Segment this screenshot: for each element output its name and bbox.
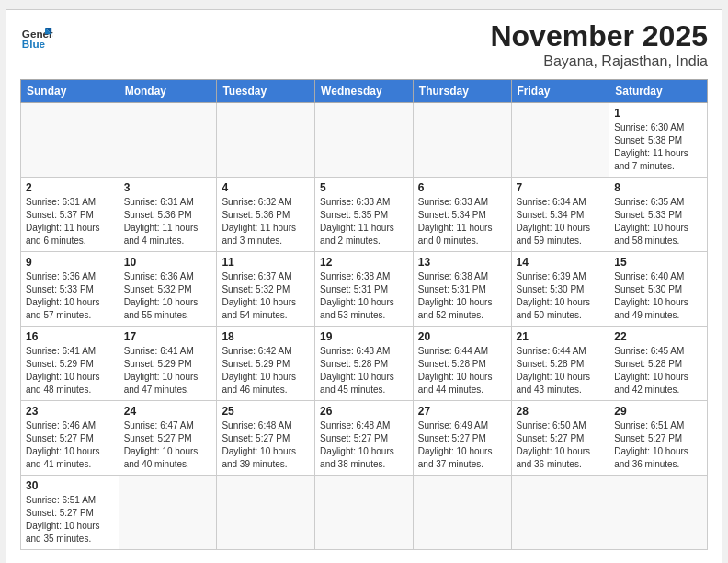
- day-number: 8: [614, 181, 702, 194]
- day-cell: 20Sunrise: 6:44 AM Sunset: 5:28 PM Dayli…: [413, 327, 511, 401]
- day-number: 27: [418, 405, 506, 418]
- day-info: Sunrise: 6:43 AM Sunset: 5:28 PM Dayligh…: [320, 345, 408, 396]
- day-number: 14: [517, 256, 605, 269]
- day-cell: [413, 103, 511, 178]
- calendar-container: General Blue November 2025 Bayana, Rajas…: [6, 9, 722, 563]
- day-cell: 18Sunrise: 6:42 AM Sunset: 5:29 PM Dayli…: [217, 327, 315, 401]
- day-info: Sunrise: 6:44 AM Sunset: 5:28 PM Dayligh…: [418, 345, 506, 396]
- day-info: Sunrise: 6:49 AM Sunset: 5:27 PM Dayligh…: [418, 419, 506, 471]
- day-info: Sunrise: 6:31 AM Sunset: 5:36 PM Dayligh…: [124, 196, 212, 247]
- day-number: 6: [418, 181, 506, 194]
- day-cell: 25Sunrise: 6:48 AM Sunset: 5:27 PM Dayli…: [217, 401, 315, 476]
- day-number: 13: [418, 256, 506, 269]
- day-number: 19: [320, 330, 408, 343]
- day-info: Sunrise: 6:48 AM Sunset: 5:27 PM Dayligh…: [222, 419, 310, 471]
- day-info: Sunrise: 6:36 AM Sunset: 5:33 PM Dayligh…: [26, 270, 114, 322]
- day-info: Sunrise: 6:51 AM Sunset: 5:27 PM Dayligh…: [614, 419, 702, 471]
- day-number: 24: [124, 405, 212, 418]
- day-cell: [609, 476, 708, 550]
- day-cell: 15Sunrise: 6:40 AM Sunset: 5:30 PM Dayli…: [609, 252, 708, 327]
- day-info: Sunrise: 6:38 AM Sunset: 5:31 PM Dayligh…: [320, 270, 408, 322]
- day-cell: [511, 103, 609, 178]
- day-info: Sunrise: 6:50 AM Sunset: 5:27 PM Dayligh…: [517, 419, 605, 471]
- day-cell: [217, 103, 315, 178]
- day-number: 21: [517, 330, 605, 343]
- day-info: Sunrise: 6:31 AM Sunset: 5:37 PM Dayligh…: [26, 196, 114, 247]
- day-number: 30: [26, 479, 114, 492]
- day-number: 5: [320, 181, 408, 194]
- weekday-header-tuesday: Tuesday: [217, 80, 315, 103]
- day-info: Sunrise: 6:37 AM Sunset: 5:32 PM Dayligh…: [222, 270, 310, 322]
- day-number: 9: [26, 256, 114, 269]
- week-row-5: 23Sunrise: 6:46 AM Sunset: 5:27 PM Dayli…: [21, 401, 708, 476]
- day-info: Sunrise: 6:45 AM Sunset: 5:28 PM Dayligh…: [614, 345, 702, 396]
- day-cell: 30Sunrise: 6:51 AM Sunset: 5:27 PM Dayli…: [21, 476, 119, 550]
- day-cell: 3Sunrise: 6:31 AM Sunset: 5:36 PM Daylig…: [119, 178, 217, 252]
- day-cell: 9Sunrise: 6:36 AM Sunset: 5:33 PM Daylig…: [21, 252, 119, 327]
- day-cell: [511, 476, 609, 550]
- subtitle: Bayana, Rajasthan, India: [490, 53, 708, 70]
- day-cell: 26Sunrise: 6:48 AM Sunset: 5:27 PM Dayli…: [315, 401, 414, 476]
- day-number: 17: [124, 330, 212, 343]
- day-cell: 5Sunrise: 6:33 AM Sunset: 5:35 PM Daylig…: [315, 178, 414, 252]
- day-info: Sunrise: 6:44 AM Sunset: 5:28 PM Dayligh…: [517, 345, 605, 396]
- calendar-table: SundayMondayTuesdayWednesdayThursdayFrid…: [20, 79, 708, 550]
- day-info: Sunrise: 6:48 AM Sunset: 5:27 PM Dayligh…: [320, 419, 408, 471]
- day-cell: [413, 476, 511, 550]
- weekday-header-monday: Monday: [119, 80, 217, 103]
- day-info: Sunrise: 6:41 AM Sunset: 5:29 PM Dayligh…: [124, 345, 212, 396]
- day-cell: 17Sunrise: 6:41 AM Sunset: 5:29 PM Dayli…: [119, 327, 217, 401]
- week-row-4: 16Sunrise: 6:41 AM Sunset: 5:29 PM Dayli…: [21, 327, 708, 401]
- weekday-header-wednesday: Wednesday: [315, 80, 414, 103]
- day-number: 28: [517, 405, 605, 418]
- day-info: Sunrise: 6:42 AM Sunset: 5:29 PM Dayligh…: [222, 345, 310, 396]
- day-number: 26: [320, 405, 408, 418]
- day-info: Sunrise: 6:32 AM Sunset: 5:36 PM Dayligh…: [222, 196, 310, 247]
- day-number: 23: [26, 405, 114, 418]
- day-cell: 11Sunrise: 6:37 AM Sunset: 5:32 PM Dayli…: [217, 252, 315, 327]
- weekday-header-friday: Friday: [511, 80, 609, 103]
- day-number: 7: [517, 181, 605, 194]
- day-number: 29: [614, 405, 702, 418]
- logo: General Blue: [20, 19, 53, 52]
- day-cell: 7Sunrise: 6:34 AM Sunset: 5:34 PM Daylig…: [511, 178, 609, 252]
- day-cell: 14Sunrise: 6:39 AM Sunset: 5:30 PM Dayli…: [511, 252, 609, 327]
- logo-icon: General Blue: [20, 19, 53, 52]
- day-cell: 29Sunrise: 6:51 AM Sunset: 5:27 PM Dayli…: [609, 401, 708, 476]
- week-row-1: 1Sunrise: 6:30 AM Sunset: 5:38 PM Daylig…: [21, 103, 708, 178]
- day-number: 18: [222, 330, 310, 343]
- day-cell: 27Sunrise: 6:49 AM Sunset: 5:27 PM Dayli…: [413, 401, 511, 476]
- day-number: 3: [124, 181, 212, 194]
- day-number: 2: [26, 181, 114, 194]
- day-info: Sunrise: 6:30 AM Sunset: 5:38 PM Dayligh…: [614, 121, 702, 173]
- day-info: Sunrise: 6:51 AM Sunset: 5:27 PM Dayligh…: [26, 494, 114, 546]
- day-info: Sunrise: 6:46 AM Sunset: 5:27 PM Dayligh…: [26, 419, 114, 471]
- svg-text:Blue: Blue: [22, 38, 46, 50]
- weekday-header-saturday: Saturday: [609, 80, 708, 103]
- day-cell: 8Sunrise: 6:35 AM Sunset: 5:33 PM Daylig…: [609, 178, 708, 252]
- day-info: Sunrise: 6:33 AM Sunset: 5:34 PM Dayligh…: [418, 196, 506, 247]
- day-info: Sunrise: 6:47 AM Sunset: 5:27 PM Dayligh…: [124, 419, 212, 471]
- day-info: Sunrise: 6:39 AM Sunset: 5:30 PM Dayligh…: [517, 270, 605, 322]
- day-info: Sunrise: 6:36 AM Sunset: 5:32 PM Dayligh…: [124, 270, 212, 322]
- day-cell: 4Sunrise: 6:32 AM Sunset: 5:36 PM Daylig…: [217, 178, 315, 252]
- day-info: Sunrise: 6:41 AM Sunset: 5:29 PM Dayligh…: [26, 345, 114, 396]
- day-cell: 28Sunrise: 6:50 AM Sunset: 5:27 PM Dayli…: [511, 401, 609, 476]
- week-row-6: 30Sunrise: 6:51 AM Sunset: 5:27 PM Dayli…: [21, 476, 708, 550]
- day-cell: 12Sunrise: 6:38 AM Sunset: 5:31 PM Dayli…: [315, 252, 414, 327]
- day-cell: 22Sunrise: 6:45 AM Sunset: 5:28 PM Dayli…: [609, 327, 708, 401]
- day-cell: 19Sunrise: 6:43 AM Sunset: 5:28 PM Dayli…: [315, 327, 414, 401]
- day-number: 16: [26, 330, 114, 343]
- day-number: 22: [614, 330, 702, 343]
- day-number: 10: [124, 256, 212, 269]
- day-cell: 13Sunrise: 6:38 AM Sunset: 5:31 PM Dayli…: [413, 252, 511, 327]
- day-cell: 2Sunrise: 6:31 AM Sunset: 5:37 PM Daylig…: [21, 178, 119, 252]
- header: General Blue November 2025 Bayana, Rajas…: [20, 19, 708, 70]
- day-number: 1: [614, 107, 702, 120]
- day-number: 12: [320, 256, 408, 269]
- day-number: 20: [418, 330, 506, 343]
- week-row-3: 9Sunrise: 6:36 AM Sunset: 5:33 PM Daylig…: [21, 252, 708, 327]
- day-cell: [119, 103, 217, 178]
- day-cell: [315, 476, 414, 550]
- day-cell: 24Sunrise: 6:47 AM Sunset: 5:27 PM Dayli…: [119, 401, 217, 476]
